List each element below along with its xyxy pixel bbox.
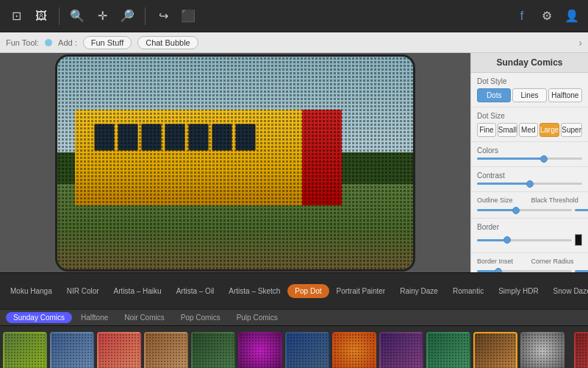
- dot-style-lines[interactable]: Lines: [512, 88, 546, 102]
- thumb-item-01[interactable]: Comic 01: [50, 332, 94, 369]
- halftone-mini-6: [287, 333, 328, 369]
- halftone-mini-9: [428, 333, 469, 369]
- halftone-mini-7: [334, 333, 375, 369]
- user-icon[interactable]: 👤: [562, 6, 582, 26]
- dot-style-label: Dot Style: [477, 77, 582, 85]
- dot-size-fine[interactable]: Fine: [477, 123, 496, 137]
- dot-size-med[interactable]: Med: [519, 123, 538, 137]
- thumb-item-06[interactable]: Comic 06: [285, 332, 329, 369]
- filter-snow-daze[interactable]: Snow Daze: [546, 284, 588, 298]
- dot-size-small[interactable]: Small: [498, 123, 517, 137]
- thumb-item-10[interactable]: Comic 10: [473, 332, 517, 369]
- settings-icon[interactable]: ⚙: [537, 6, 557, 26]
- corner-radius-slider[interactable]: [575, 270, 588, 272]
- thumb-img-01: [50, 332, 94, 369]
- halftone-mini-11: [522, 333, 563, 369]
- filter-portrait-painter[interactable]: Portrait Painter: [329, 284, 393, 298]
- move-icon[interactable]: ✛: [92, 6, 112, 26]
- halftone-mini-1: [51, 333, 93, 369]
- fun-tool-label: Fun Tool:: [6, 38, 39, 47]
- sub-filter-bar: Sunday Comics Halftone Noir Comics Pop C…: [0, 309, 588, 325]
- outline-slider-row: [477, 209, 582, 211]
- thumb-item-09[interactable]: Comic 09: [426, 332, 470, 369]
- sub-filter-pop-comics[interactable]: Pop Comics: [173, 312, 228, 323]
- right-panel: Sunday Comics Dot Style Dots Lines Halft…: [470, 53, 588, 272]
- thumb-img-crop: [574, 332, 588, 369]
- contrast-section: Contrast: [471, 167, 588, 192]
- halftone-mini-5: [240, 333, 281, 369]
- dot-size-section: Dot Size Fine Small Med Large Super: [471, 107, 588, 142]
- filter-moku-hanga[interactable]: Moku Hanga: [3, 284, 60, 298]
- outline-size-label: Outline Size: [477, 197, 528, 204]
- halftone-mini-4: [193, 333, 234, 369]
- sub-filter-halftone[interactable]: Halftone: [74, 312, 115, 323]
- crop-icon[interactable]: ⊡: [6, 6, 26, 26]
- filter-pop-dot[interactable]: Pop Dot: [287, 284, 329, 298]
- border-section: Border: [471, 219, 588, 253]
- canvas-area: [0, 53, 470, 272]
- thumb-item-08[interactable]: Comic 08: [379, 332, 423, 369]
- dot-style-section: Dot Style Dots Lines Halftone: [471, 73, 588, 107]
- thumb-item-03[interactable]: Comic 03: [144, 332, 188, 369]
- inset-corner-slider-row: [477, 270, 582, 272]
- filter-simply-hdr[interactable]: Simply HDR: [491, 284, 545, 298]
- sub-filter-noir-comics[interactable]: Noir Comics: [117, 312, 171, 323]
- two-col-labels: Outline Size Black Threshold: [477, 197, 582, 207]
- black-threshold-label: Black Threshold: [531, 197, 583, 204]
- inset-corner-section: Border Inset Corner Radius: [471, 253, 588, 272]
- thumb-img-06: [285, 332, 329, 369]
- thumb-item-02[interactable]: Comic 02: [97, 332, 141, 369]
- sub-filter-sunday-comics[interactable]: Sunday Comics: [6, 312, 72, 323]
- toolbar-separator-1: [59, 7, 60, 25]
- filter-romantic[interactable]: Romantic: [445, 284, 491, 298]
- zoom-out-icon[interactable]: 🔎: [117, 6, 137, 26]
- thumb-img-11: [520, 332, 564, 369]
- halftone-mini-10: [475, 333, 516, 369]
- facebook-icon[interactable]: f: [512, 6, 532, 26]
- black-threshold-slider[interactable]: [575, 209, 588, 211]
- add-label: Add :: [58, 38, 77, 47]
- filter-artista-haiku[interactable]: Artista – Haiku: [107, 284, 169, 298]
- thumb-img-02: [97, 332, 141, 369]
- outline-size-slider[interactable]: [477, 209, 572, 211]
- border-inset-slider[interactable]: [477, 270, 572, 272]
- thumb-item-07[interactable]: Comic 07: [332, 332, 376, 369]
- filter-artista-sketch[interactable]: Artista – Sketch: [221, 284, 287, 298]
- thumb-item-05[interactable]: Comic 05: [238, 332, 282, 369]
- export-icon[interactable]: ⬛: [178, 6, 198, 26]
- filter-rainy-daze[interactable]: Rainy Daze: [392, 284, 445, 298]
- halftone-mini-3: [146, 333, 187, 369]
- fun-stuff-button[interactable]: Fun Stuff: [83, 36, 132, 49]
- thumb-img-00: [3, 332, 47, 369]
- photo-icon[interactable]: 🖼: [31, 6, 51, 26]
- border-slider[interactable]: [477, 239, 572, 241]
- colors-slider[interactable]: [477, 158, 582, 160]
- filter-nir-color[interactable]: NIR Color: [60, 284, 107, 298]
- dot-style-halftone[interactable]: Halftone: [548, 88, 582, 102]
- chat-bubble-button[interactable]: Chat Bubble: [137, 36, 198, 49]
- rotate-icon[interactable]: ↪: [153, 6, 173, 26]
- comic-bg: [57, 57, 413, 269]
- border-color-swatch[interactable]: [575, 234, 582, 246]
- thumbnail-strip: 00 Comic 01 Comic 02 Comic 03 Comic 04 C…: [0, 325, 588, 368]
- inset-corner-labels: Border Inset Corner Radius: [477, 258, 582, 268]
- dot-style-dots[interactable]: Dots: [477, 88, 511, 102]
- contrast-slider[interactable]: [477, 183, 582, 185]
- dot-size-group: Fine Small Med Large Super: [477, 123, 582, 137]
- filter-bar: Moku Hanga NIR Color Artista – Haiku Art…: [0, 272, 588, 309]
- dot-size-super[interactable]: Super: [561, 123, 582, 137]
- filter-artista-oil[interactable]: Artista – Oil: [169, 284, 222, 298]
- dot-size-large[interactable]: Large: [539, 123, 560, 137]
- zoom-in-icon[interactable]: 🔍: [67, 6, 87, 26]
- dot-size-label: Dot Size: [477, 112, 582, 120]
- thumb-item-11[interactable]: Comic 11: [520, 332, 564, 369]
- thumb-item-crop[interactable]: Crop Photo Square: [567, 332, 588, 369]
- thumb-item-00[interactable]: 00: [3, 332, 47, 369]
- contrast-slider-row: [477, 183, 582, 185]
- thumb-img-07: [332, 332, 376, 369]
- main-content: Sunday Comics Dot Style Dots Lines Halft…: [0, 53, 588, 272]
- expand-arrow-icon[interactable]: ›: [578, 37, 582, 49]
- sub-filter-pulp-comics[interactable]: Pulp Comics: [229, 312, 285, 323]
- colors-label: Colors: [477, 146, 582, 155]
- thumb-item-04[interactable]: Comic 04: [191, 332, 235, 369]
